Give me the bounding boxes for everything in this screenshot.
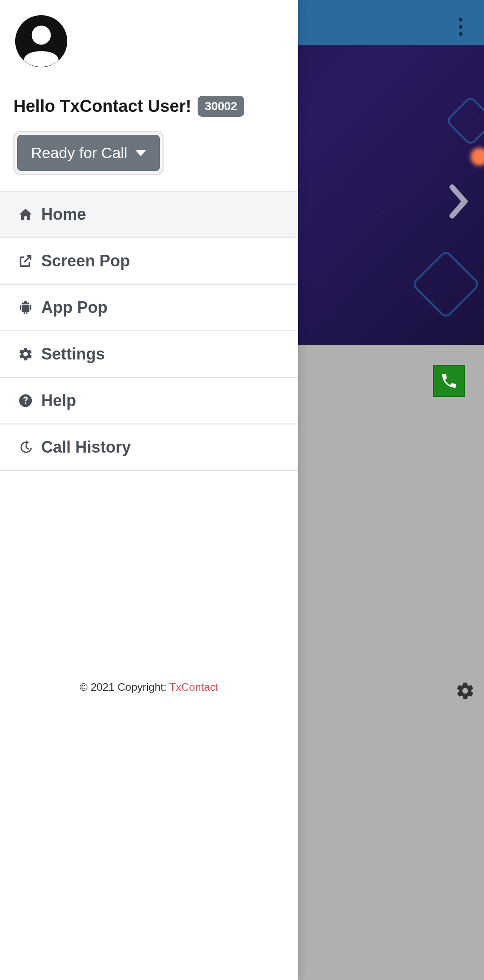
menu-item-label: Help: [41, 391, 76, 410]
user-circle-icon: [13, 13, 69, 69]
android-icon: [18, 300, 33, 315]
kebab-menu-icon[interactable]: [459, 18, 462, 36]
copyright-text: © 2021 Copyright:: [80, 681, 169, 693]
gear-icon: [18, 347, 33, 362]
status-dropdown[interactable]: Ready for Call: [17, 135, 160, 171]
drawer-menu: Home Screen Pop App Pop Settings Help Ca…: [0, 191, 298, 471]
chevron-down-icon: [135, 150, 146, 156]
question-circle-icon: [18, 393, 33, 408]
home-icon: [18, 207, 33, 222]
menu-item-help[interactable]: Help: [0, 378, 298, 424]
floating-settings-button[interactable]: [455, 681, 475, 702]
menu-item-label: Call History: [41, 438, 131, 457]
avatar[interactable]: [13, 13, 69, 69]
carousel-next-icon[interactable]: [448, 184, 471, 221]
history-icon: [18, 440, 33, 455]
menu-item-settings[interactable]: Settings: [0, 331, 298, 378]
menu-item-screen-pop[interactable]: Screen Pop: [0, 238, 298, 285]
menu-item-label: App Pop: [41, 298, 108, 317]
menu-item-label: Settings: [41, 345, 105, 364]
menu-item-call-history[interactable]: Call History: [0, 424, 298, 471]
svg-point-1: [32, 26, 51, 45]
phone-icon: [440, 372, 458, 390]
user-id-badge: 30002: [198, 96, 244, 117]
menu-item-home[interactable]: Home: [0, 192, 298, 238]
greeting-text: Hello TxContact User!: [13, 97, 191, 116]
menu-item-label: Screen Pop: [41, 252, 130, 270]
external-link-icon: [18, 253, 33, 269]
menu-item-label: Home: [41, 205, 86, 224]
drawer-footer: © 2021 Copyright: TxContact: [0, 668, 298, 980]
navigation-drawer: Hello TxContact User! 30002 Ready for Ca…: [0, 0, 298, 980]
menu-item-app-pop[interactable]: App Pop: [0, 285, 298, 331]
drawer-header: Hello TxContact User! 30002 Ready for Ca…: [0, 0, 298, 191]
brand-link[interactable]: TxContact: [169, 681, 218, 693]
status-dropdown-label: Ready for Call: [31, 144, 127, 162]
call-button[interactable]: [433, 365, 465, 397]
